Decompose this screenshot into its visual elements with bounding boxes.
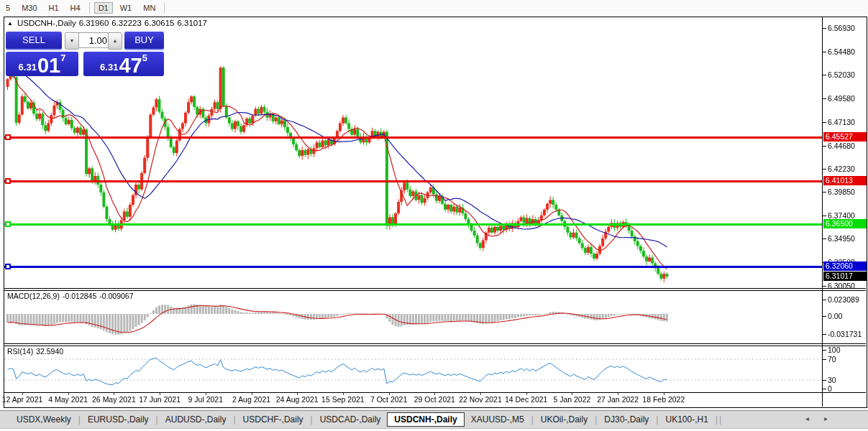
tab-separator: | — [311, 414, 313, 425]
sell-button[interactable]: SELL — [6, 32, 62, 50]
tab-separator: | — [595, 414, 597, 425]
pane-separator[interactable] — [4, 290, 866, 291]
collapse-chart-icon[interactable]: ▲ — [7, 20, 13, 27]
macd-scale-label: 0.023089 — [828, 295, 867, 304]
rsi-indicator-label: RSI(14)32.5940 — [7, 347, 66, 356]
ohlc-low: 6.30615 — [145, 19, 175, 27]
price-tick-label: 6.47130 — [828, 118, 867, 126]
ohlc-high: 6.32223 — [111, 19, 142, 27]
tab-eurusd-daily[interactable]: EURUSD-,Daily — [81, 413, 155, 426]
buy-price-small: 6.31 — [100, 62, 118, 73]
hline-price-label: 6.41013 — [823, 176, 867, 185]
mt4-terminal: 5M30H1H4D1W1MN ▲USDCNH-,Daily6.319606.32… — [0, 0, 868, 431]
price-tick-label: 6.56930 — [828, 24, 867, 32]
tab-ukoil-daily[interactable]: UKOil-,Daily — [534, 413, 594, 426]
buy-price-superscript: 5 — [142, 52, 147, 63]
tab-separator: | — [233, 414, 235, 425]
volume-input[interactable] — [78, 32, 110, 48]
tab-audusd-daily[interactable]: AUDUSD-,Daily — [159, 413, 233, 426]
buy-price-box[interactable]: 6.31 47 5 — [83, 52, 164, 76]
tab-separator: | — [719, 414, 721, 425]
rsi-scale-label: 0 — [828, 384, 867, 393]
rsi-scale-label: 30 — [828, 376, 867, 384]
price-tick-label: 6.30050 — [828, 282, 867, 290]
tab-separator: | — [78, 414, 81, 425]
hline-price-label: 6.36500 — [823, 219, 867, 228]
tab-usdcad-daily[interactable]: USDCAD-,Daily — [314, 413, 388, 426]
sell-price-big: 01 — [37, 56, 60, 75]
chart-tab-bar: USDX,Weekly|EURUSD-,Daily|AUDUSD-,Daily|… — [0, 410, 868, 428]
one-click-trade-panel: SELL ▼ ▲ BUY 6.31 01 7 6.31 47 5 — [6, 32, 164, 75]
tab-xauusd-m5[interactable]: XAUUSD-,M5 — [465, 413, 531, 426]
price-tick-label: 6.42230 — [828, 164, 867, 173]
tab-separator: | — [656, 414, 658, 425]
rsi-scale-label: 100 — [828, 346, 867, 354]
macd-signal-value: -0.009067 — [99, 292, 133, 300]
tab-scroll-right-icon[interactable]: ▸ — [824, 414, 828, 422]
macd-scale-label: 0.00 — [828, 312, 867, 320]
price-tick-label: 6.52030 — [828, 70, 867, 79]
date-label: 18 Feb 2022 — [631, 395, 696, 404]
tab-scroll-left-icon[interactable]: ◂ — [805, 414, 809, 422]
buy-button[interactable]: BUY — [124, 32, 164, 50]
sell-price-superscript: 7 — [60, 52, 65, 63]
buy-price-big: 47 — [119, 56, 142, 75]
tab-usdcnh-daily[interactable]: USDCNH-,Daily — [387, 412, 464, 427]
price-tick-label: 6.54480 — [828, 47, 867, 56]
macd-main-value: -0.012845 — [63, 292, 96, 300]
price-tick-label: 6.49580 — [828, 94, 867, 103]
sell-price-box[interactable]: 6.31 01 7 — [6, 52, 78, 76]
hline-price-label: 6.32060 — [823, 261, 867, 271]
tab-separator: | — [716, 414, 718, 425]
current-price-label: 6.31017 — [823, 272, 867, 281]
macd-name: MACD(12,26,9) — [7, 292, 60, 300]
price-tick-label: 6.39850 — [828, 187, 867, 196]
hline-price-label: 6.45527 — [823, 132, 867, 142]
rsi-scale-label: 70 — [828, 355, 867, 363]
tab-uk100-h1[interactable]: UK100-,H1 — [659, 413, 714, 426]
tab-dj30-daily[interactable]: DJ30-,Daily — [598, 413, 655, 426]
rsi-name: RSI(14) — [7, 347, 33, 356]
sell-price-small: 6.31 — [19, 62, 37, 73]
trade-panel-row: SELL ▼ ▲ BUY — [6, 32, 164, 50]
volume-increase-button[interactable]: ▲ — [108, 32, 122, 50]
price-tick-label: 6.34950 — [828, 234, 867, 243]
pane-separator[interactable] — [4, 288, 866, 289]
pane-separator[interactable] — [4, 343, 866, 344]
pane-separator — [4, 392, 866, 393]
tab-separator: | — [156, 414, 158, 425]
chart-title-bar: ▲USDCNH-,Daily6.319606.322236.306156.310… — [7, 19, 210, 27]
chart-symbol-title: USDCNH-,Daily — [17, 19, 76, 27]
macd-indicator-label: MACD(12,26,9)-0.012845-0.009067 — [7, 292, 137, 300]
ohlc-open: 6.31960 — [79, 19, 109, 27]
ohlc-close: 6.31017 — [177, 19, 207, 27]
tab-usdx-weekly[interactable]: USDX,Weekly — [10, 413, 78, 426]
macd-scale-label: -0.031731 — [828, 330, 867, 338]
tab-separator: | — [531, 414, 534, 425]
rsi-value: 32.5940 — [36, 347, 63, 356]
volume-decrease-button[interactable]: ▼ — [65, 32, 79, 50]
tab-usdchf-daily[interactable]: USDCHF-,Daily — [237, 413, 310, 426]
price-tick-label: 6.44680 — [828, 142, 867, 150]
pane-separator[interactable] — [4, 346, 866, 346]
